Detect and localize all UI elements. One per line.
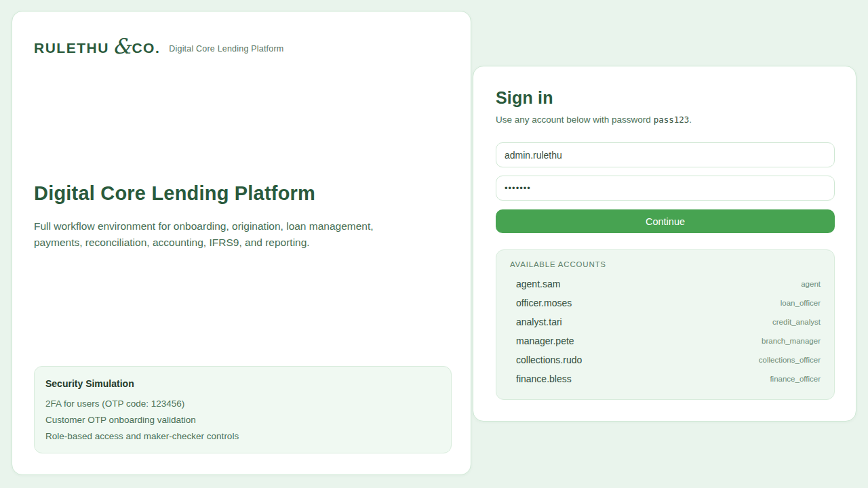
signin-card: Sign in Use any account below with passw… [473, 66, 856, 422]
signin-title: Sign in [496, 88, 833, 108]
signin-subtitle: Use any account below with password pass… [496, 115, 833, 125]
security-panel-title: Security Simulation [45, 378, 440, 389]
signin-password-hint: pass123 [654, 115, 690, 125]
account-username: collections.rudo [516, 354, 582, 365]
signin-subtitle-suffix: . [689, 115, 692, 125]
brand-logo: RULETHU&CO. [34, 38, 160, 58]
account-role: agent [801, 280, 821, 288]
account-row-collections-rudo[interactable]: collections.rudo collections_officer [510, 350, 821, 369]
brand-ampersand-icon: & [113, 34, 132, 58]
account-role: credit_analyst [772, 318, 821, 326]
account-username: agent.sam [516, 279, 560, 289]
password-input[interactable] [496, 176, 835, 201]
account-row-finance-bless[interactable]: finance.bless finance_officer [510, 369, 821, 388]
security-feature-list: 2FA for users (OTP code: 123456) Custome… [45, 396, 440, 445]
account-role: loan_officer [781, 299, 821, 307]
account-role: branch_manager [762, 337, 821, 345]
security-feature-2fa: 2FA for users (OTP code: 123456) [45, 396, 440, 412]
available-accounts-panel: AVAILABLE ACCOUNTS agent.sam agent offic… [496, 249, 835, 400]
signin-subtitle-prefix: Use any account below with password [496, 115, 654, 125]
continue-button[interactable]: Continue [496, 209, 835, 233]
account-row-analyst-tari[interactable]: analyst.tari credit_analyst [510, 312, 821, 331]
hero-section: Digital Core Lending Platform Full workf… [34, 182, 449, 251]
brand-name-right: CO. [132, 40, 160, 56]
available-accounts-header: AVAILABLE ACCOUNTS [510, 260, 821, 268]
page-title: Digital Core Lending Platform [34, 182, 449, 205]
username-input[interactable] [496, 142, 835, 167]
account-username: officer.moses [516, 298, 572, 308]
brand-tagline: Digital Core Lending Platform [169, 44, 283, 54]
security-simulation-panel: Security Simulation 2FA for users (OTP c… [34, 366, 452, 453]
intro-card: RULETHU&CO. Digital Core Lending Platfor… [12, 11, 471, 475]
account-row-officer-moses[interactable]: officer.moses loan_officer [510, 293, 821, 312]
security-feature-otp: Customer OTP onboarding validation [45, 412, 440, 428]
account-username: analyst.tari [516, 317, 562, 327]
account-row-manager-pete[interactable]: manager.pete branch_manager [510, 331, 821, 350]
brand-header: RULETHU&CO. Digital Core Lending Platfor… [34, 38, 449, 58]
account-role: collections_officer [759, 356, 821, 364]
accounts-list: agent.sam agent officer.moses loan_offic… [510, 274, 821, 388]
account-username: finance.bless [516, 373, 572, 384]
account-role: finance_officer [770, 375, 821, 383]
security-feature-rbac: Role-based access and maker-checker cont… [45, 428, 440, 445]
page-description: Full workflow environment for onboarding… [34, 218, 414, 251]
account-username: manager.pete [516, 336, 574, 346]
brand-name-left: RULETHU [34, 40, 109, 56]
account-row-agent-sam[interactable]: agent.sam agent [510, 274, 821, 293]
